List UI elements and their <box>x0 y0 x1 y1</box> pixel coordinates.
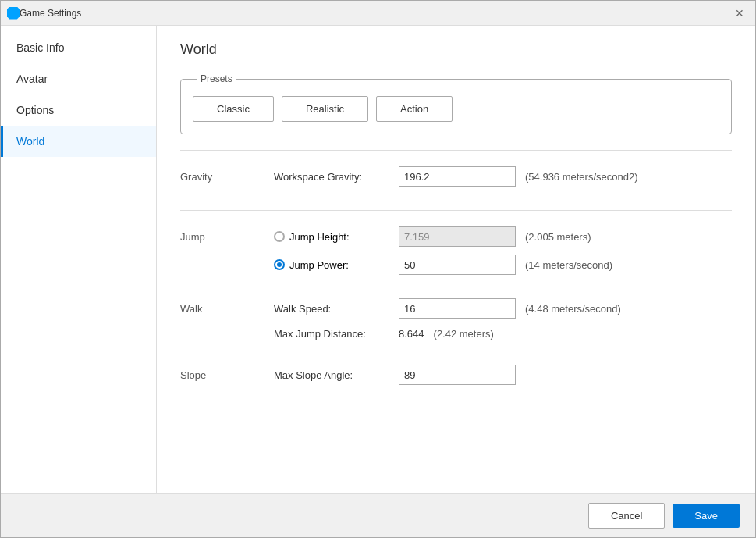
page-title: World <box>180 41 732 58</box>
jump-height-row: Jump Height: (2.005 meters) <box>274 226 732 247</box>
walk-speed-unit: (4.48 meters/second) <box>525 303 621 315</box>
walk-speed-row: Walk Speed: (4.48 meters/second) <box>274 298 732 319</box>
max-jump-distance-unit: (2.42 meters) <box>434 328 494 340</box>
workspace-gravity-unit: (54.936 meters/second2) <box>525 171 638 183</box>
save-button[interactable]: Save <box>673 504 740 528</box>
presets-buttons: Classic Realistic Action <box>193 96 719 122</box>
max-jump-distance-row: Max Jump Distance: 8.644 (2.42 meters) <box>274 326 732 341</box>
jump-height-input <box>399 226 516 247</box>
slope-section: Slope Max Slope Angle: <box>180 365 732 393</box>
walk-section: Walk Walk Speed: (4.48 meters/second) Ma… <box>180 298 732 349</box>
presets-fieldset: Presets Classic Realistic Action <box>180 73 732 134</box>
gravity-field-row: Workspace Gravity: (54.936 meters/second… <box>274 166 732 187</box>
divider-2 <box>180 210 732 211</box>
jump-height-label-wrap: Jump Height: <box>274 231 399 243</box>
jump-height-label: Jump Height: <box>289 231 350 243</box>
jump-power-row: Jump Power: (14 meters/second) <box>274 255 732 275</box>
walk-speed-input[interactable] <box>399 298 516 319</box>
jump-height-radio[interactable] <box>274 231 285 242</box>
workspace-gravity-label: Workspace Gravity: <box>274 171 399 183</box>
window-title: Game Settings <box>20 8 730 19</box>
game-settings-window: Game Settings ✕ Basic Info Avatar Option… <box>0 0 756 538</box>
jump-fields: Jump Height: (2.005 meters) Jump Power: … <box>274 226 732 283</box>
gravity-section: Gravity Workspace Gravity: (54.936 meter… <box>180 166 732 194</box>
content-area: World Presets Classic Realistic Action G… <box>157 26 755 493</box>
preset-action-button[interactable]: Action <box>376 96 453 122</box>
slope-section-label: Slope <box>180 365 274 381</box>
jump-height-unit: (2.005 meters) <box>525 231 591 243</box>
jump-section-label: Jump <box>180 226 274 243</box>
sidebar-item-avatar[interactable]: Avatar <box>1 63 156 94</box>
gravity-fields: Workspace Gravity: (54.936 meters/second… <box>274 166 732 194</box>
walk-section-label: Walk <box>180 298 274 315</box>
close-button[interactable]: ✕ <box>730 4 749 23</box>
title-bar: Game Settings ✕ <box>1 1 755 26</box>
preset-realistic-button[interactable]: Realistic <box>282 96 368 122</box>
jump-power-label: Jump Power: <box>289 259 349 271</box>
divider-1 <box>180 150 732 151</box>
workspace-gravity-input[interactable] <box>399 166 516 187</box>
walk-speed-label: Walk Speed: <box>274 303 399 315</box>
preset-classic-button[interactable]: Classic <box>193 96 274 122</box>
max-slope-angle-label: Max Slope Angle: <box>274 369 399 381</box>
jump-section: Jump Jump Height: (2.005 meters) <box>180 226 732 283</box>
cancel-button[interactable]: Cancel <box>588 503 665 529</box>
max-jump-distance-label: Max Jump Distance: <box>274 328 399 340</box>
max-slope-angle-row: Max Slope Angle: <box>274 365 732 385</box>
max-slope-angle-input[interactable] <box>399 365 516 385</box>
jump-power-label-wrap: Jump Power: <box>274 259 399 271</box>
jump-power-radio[interactable] <box>274 259 285 270</box>
app-icon <box>7 7 20 20</box>
sidebar-item-basic-info[interactable]: Basic Info <box>1 32 156 63</box>
jump-power-input[interactable] <box>399 255 516 275</box>
gravity-section-label: Gravity <box>180 166 274 183</box>
presets-legend: Presets <box>197 73 236 84</box>
footer: Cancel Save <box>1 493 755 537</box>
sidebar-item-options[interactable]: Options <box>1 94 156 126</box>
main-content: Basic Info Avatar Options World World Pr… <box>1 26 755 493</box>
slope-fields: Max Slope Angle: <box>274 365 732 393</box>
walk-fields: Walk Speed: (4.48 meters/second) Max Jum… <box>274 298 732 349</box>
jump-power-unit: (14 meters/second) <box>525 259 612 271</box>
sidebar: Basic Info Avatar Options World <box>1 26 157 493</box>
sidebar-item-world[interactable]: World <box>1 126 156 157</box>
max-jump-distance-value: 8.644 <box>399 326 424 341</box>
